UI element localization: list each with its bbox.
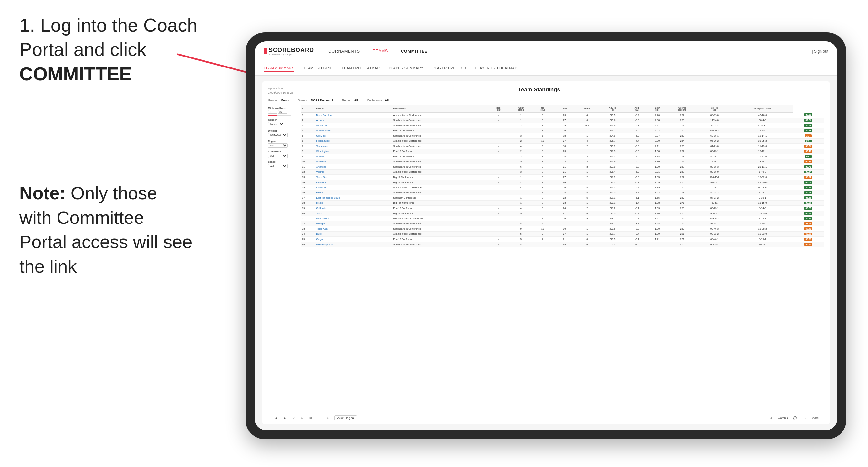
- table-row: 2 Auburn Southeastern Conference - 1 9 2…: [301, 118, 824, 123]
- standings-table: # School Conference RegRank ConfRank NoT…: [301, 105, 824, 247]
- cell-avg-sg: 2.88: [647, 118, 668, 123]
- cell-reg-rank: -: [487, 175, 510, 180]
- cell-conf-rank: 5: [510, 231, 532, 237]
- region-select[interactable]: N/A: [268, 144, 287, 148]
- cell-wins: 5: [576, 216, 598, 221]
- toolbar-fullscreen-btn[interactable]: ⛶: [802, 416, 808, 420]
- cell-conference: Southeastern Conference: [392, 164, 487, 169]
- table-row: 5 Ole Miss Southeastern Conference - 3 6…: [301, 133, 824, 138]
- cell-rnds: 18: [553, 133, 576, 138]
- min-rounds-max-input[interactable]: [278, 110, 287, 114]
- toolbar-menu-btn[interactable]: ⊞: [308, 416, 314, 420]
- cell-low-rd: 203: [668, 123, 697, 128]
- col-avg-sg: Avg.SG: [627, 105, 647, 113]
- sub-nav-team-h2h-grid[interactable]: TEAM H2H GRID: [303, 65, 332, 71]
- col-no-tour: NoTour: [532, 105, 553, 113]
- cell-conference: Mountain West Conference: [392, 216, 487, 221]
- slider-line[interactable]: [268, 115, 291, 116]
- toolbar-comment-btn[interactable]: 💬: [792, 416, 798, 420]
- cell-record: 22-8-3-0: [732, 123, 793, 128]
- cell-no-tour: 8: [532, 164, 553, 169]
- cell-low-rd: 262: [668, 113, 697, 118]
- school-select[interactable]: (All): [268, 164, 287, 168]
- step-text: 1. Log into the Coach Portal and click C…: [20, 13, 232, 86]
- cell-conference: Southeastern Conference: [392, 190, 487, 195]
- cell-low-rd: 265: [668, 144, 697, 149]
- min-rounds-min-input[interactable]: [268, 110, 277, 114]
- cell-adj-par: 279.2: [598, 221, 627, 226]
- cell-rank: 14: [301, 180, 315, 185]
- cell-adj-par: 279.5: [598, 237, 627, 242]
- toolbar-back-btn[interactable]: ◀: [273, 416, 279, 420]
- cell-points: 63.49: [793, 149, 824, 154]
- cell-no-tour: 9: [532, 211, 553, 216]
- cell-rank: 4: [301, 128, 315, 133]
- toolbar-fwd-btn[interactable]: ▶: [282, 416, 287, 420]
- cell-points: 86.91: [793, 211, 824, 216]
- cell-overall: 90-32-2: [697, 231, 732, 237]
- cell-low-rd: 270: [668, 242, 697, 247]
- sub-nav-team-h2h-heatmap[interactable]: TEAM H2H HEATMAP: [342, 65, 379, 71]
- toolbar-share2-btn[interactable]: ⎙: [300, 416, 305, 420]
- table-row: 8 Washington Pac-12 Conference - 2 8 23 …: [301, 149, 824, 154]
- cell-sc-diff: -0.4: [627, 231, 647, 237]
- cell-sc-diff: -2.0: [627, 226, 647, 231]
- cell-avg-sg: 1.85: [647, 180, 668, 185]
- sign-out-text[interactable]: Sign out: [814, 49, 828, 54]
- toolbar-refresh-btn[interactable]: ↺: [291, 416, 297, 420]
- table-row: 7 Tennessee Southeastern Conference - 4 …: [301, 144, 824, 149]
- cell-conf-rank: 4: [510, 144, 532, 149]
- cell-record: 16-21-0: [732, 154, 793, 159]
- cell-conference: Pac-12 Conference: [392, 128, 487, 133]
- cell-low-rd: 268: [668, 169, 697, 175]
- cell-reg-rank: -: [487, 211, 510, 216]
- cell-no-tour: 8: [532, 159, 553, 164]
- region-value: All: [354, 99, 358, 102]
- cell-conf-rank: 4: [510, 185, 532, 190]
- conference-label: Conference:: [367, 99, 383, 102]
- cell-points: 60.84: [793, 159, 824, 164]
- cell-conf-rank: 1: [510, 128, 532, 133]
- cell-conf-rank: 5: [510, 237, 532, 242]
- cell-overall: 92-40-3: [697, 226, 732, 231]
- sign-out-link[interactable]: | Sign out: [812, 49, 829, 54]
- division-select[interactable]: NCAA Division I: [268, 133, 287, 137]
- nav-link-teams[interactable]: TEAMS: [373, 47, 388, 55]
- sub-nav-player-h2h-grid[interactable]: PLAYER H2H GRID: [433, 65, 466, 71]
- cell-points: 59.13: [793, 242, 824, 247]
- nav-link-committee[interactable]: COMMITTEE: [401, 48, 428, 55]
- toolbar-right: 👁 Watch ▾ 💬 ⛶ Share: [768, 416, 818, 420]
- cell-record: 13-15-0: [732, 200, 793, 206]
- conference-select[interactable]: (All): [268, 154, 287, 158]
- toolbar-plus-btn[interactable]: +: [317, 416, 322, 420]
- table-body: 1 North Carolina Atlantic Coast Conferen…: [301, 113, 824, 247]
- cell-overall: 97-01-1: [697, 180, 732, 185]
- cell-rnds: 27: [553, 118, 576, 123]
- toolbar-share-btn[interactable]: Share: [811, 416, 818, 419]
- table-row: 4 Arizona State Pac-12 Conference - 1 8 …: [301, 128, 824, 133]
- cell-points: 62.98: [793, 231, 824, 237]
- cell-overall: 59-41-1: [697, 211, 732, 216]
- cell-conf-rank: 10: [510, 242, 532, 247]
- toolbar-watch-btn[interactable]: Watch ▾: [778, 416, 788, 419]
- table-row: 13 Texas Tech Big 12 Conference - 1 9 27…: [301, 175, 824, 180]
- cell-reg-rank: -: [487, 133, 510, 138]
- top-nav: SCOREBOARD Powered by clippd TOURNAMENTS…: [254, 41, 837, 61]
- toolbar-clock-btn[interactable]: ⏱: [325, 416, 331, 420]
- cell-no-tour: 6: [532, 133, 553, 138]
- cell-conference: Pac-12 Conference: [392, 206, 487, 211]
- sub-nav-team-summary[interactable]: TEAM SUMMARY: [264, 65, 294, 72]
- cell-school: Duke: [315, 231, 392, 237]
- cell-adj-par: 275.7: [598, 138, 627, 144]
- nav-link-tournaments[interactable]: TOURNAMENTS: [326, 48, 360, 55]
- cell-low-rd: 267: [668, 195, 697, 200]
- cell-conference: Pac-12 Conference: [392, 154, 487, 159]
- gender-select[interactable]: Men's: [268, 122, 284, 126]
- cell-rank: 12: [301, 169, 315, 175]
- table-row: 21 New Mexico Mountain West Conference -…: [301, 216, 824, 221]
- sub-nav-player-summary[interactable]: PLAYER SUMMARY: [389, 65, 423, 71]
- cell-wins: 1: [576, 231, 598, 237]
- sub-nav-player-h2h-heatmap[interactable]: PLAYER H2H HEATMAP: [475, 65, 517, 71]
- toolbar-view-btn[interactable]: View: Original: [334, 415, 356, 421]
- division-filter-label: Division: [268, 129, 297, 132]
